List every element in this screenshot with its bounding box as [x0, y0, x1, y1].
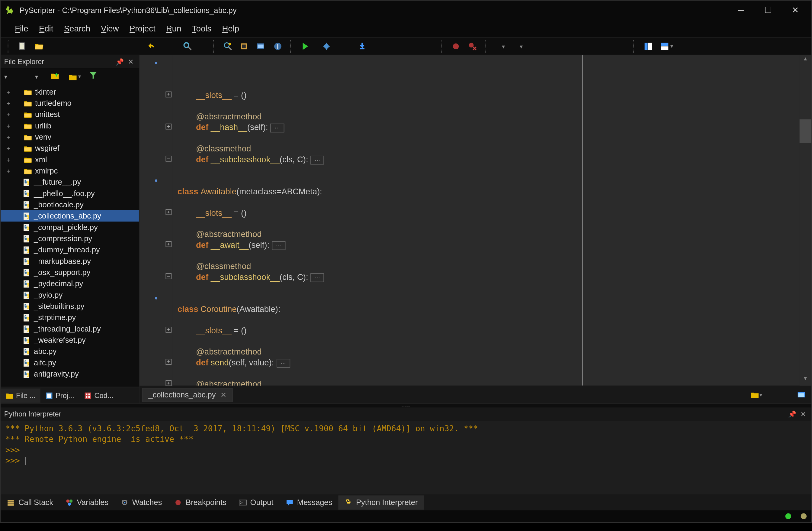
- file-item[interactable]: _sitebuiltins.py: [1, 301, 139, 312]
- fold-icon[interactable]: −: [165, 156, 172, 162]
- syntax-check-button[interactable]: [220, 39, 235, 54]
- folder-item[interactable]: + xml: [1, 154, 139, 165]
- sidebar-tab[interactable]: Cod...: [79, 388, 118, 403]
- layout-button2[interactable]: ▾: [657, 39, 676, 54]
- folder-up-icon[interactable]: [50, 71, 60, 82]
- splitter[interactable]: ┄┄┄: [1, 404, 811, 408]
- menu-edit[interactable]: Edit: [34, 22, 58, 35]
- edit-startup-button[interactable]: [253, 39, 269, 54]
- file-item[interactable]: __future__.py: [1, 177, 139, 188]
- fold-icon[interactable]: +: [165, 241, 172, 247]
- editor-gutter[interactable]: ++−++−+++: [140, 55, 173, 386]
- menu-search[interactable]: Search: [59, 22, 95, 35]
- open-file-button[interactable]: [31, 39, 47, 54]
- undo-button[interactable]: [144, 39, 160, 54]
- clear-breakpoints-button[interactable]: [465, 39, 480, 54]
- file-item[interactable]: _weakrefset.py: [1, 335, 139, 346]
- pin-icon[interactable]: 📌: [115, 57, 125, 67]
- fold-icon[interactable]: +: [165, 92, 172, 98]
- minimize-button[interactable]: ─: [727, 1, 754, 19]
- bottom-tab-output[interactable]: >_Output: [233, 495, 279, 509]
- fold-icon[interactable]: −: [165, 273, 172, 279]
- menu-project[interactable]: Project: [125, 22, 160, 35]
- sidebar-tab[interactable]: Proj...: [40, 388, 79, 403]
- bottom-tab-variables[interactable]: Variables: [59, 495, 114, 509]
- folder-item[interactable]: + wsgiref: [1, 143, 139, 154]
- bottom-tab-watches[interactable]: Watches: [114, 495, 168, 509]
- svg-line-58: [122, 500, 123, 501]
- file-item[interactable]: _dummy_thread.py: [1, 244, 139, 255]
- fold-icon[interactable]: +: [165, 327, 172, 333]
- folder-item[interactable]: + venv: [1, 131, 139, 142]
- file-item[interactable]: _bootlocale.py: [1, 199, 139, 210]
- editor-scrollbar[interactable]: ▴ ▾: [800, 55, 811, 386]
- file-item[interactable]: _pyio.py: [1, 289, 139, 301]
- marker-dot: [155, 180, 157, 182]
- new-file-button[interactable]: [15, 39, 30, 54]
- file-item[interactable]: _compat_pickle.py: [1, 222, 139, 233]
- code-area[interactable]: __slots__ = () @abstractmethod def __has…: [173, 55, 800, 386]
- window-title: PyScripter - C:\Program Files\Python36\L…: [20, 6, 237, 14]
- menu-tools[interactable]: Tools: [187, 22, 216, 35]
- browse-dropdown[interactable]: ▾: [68, 72, 81, 81]
- fwd-dropdown[interactable]: ▾: [35, 73, 43, 80]
- close-button[interactable]: ✕: [782, 1, 809, 19]
- bottom-tab-python-interpreter[interactable]: Python Interpreter: [338, 495, 424, 509]
- bottom-tab-breakpoints[interactable]: Breakpoints: [168, 495, 233, 509]
- interpreter-output[interactable]: *** Python 3.6.3 (v3.6.3:2c5fed8, Oct 3 …: [1, 421, 811, 494]
- bottom-tab-call-stack[interactable]: Call Stack: [1, 495, 59, 509]
- engine-dropdown2[interactable]: ▾: [516, 39, 526, 54]
- file-item[interactable]: __phello__.foo.py: [1, 188, 139, 199]
- file-item[interactable]: _threading_local.py: [1, 323, 139, 334]
- fold-icon[interactable]: +: [165, 124, 172, 130]
- folder-item[interactable]: + unittest: [1, 109, 139, 120]
- file-tree[interactable]: + tkinter+ turtledemo+ unittest+ urllib+…: [1, 85, 139, 387]
- folder-item[interactable]: + urllib: [1, 120, 139, 131]
- file-item[interactable]: antigravity.py: [1, 368, 139, 380]
- tab-folder-icon[interactable]: ▾: [749, 388, 764, 402]
- file-item[interactable]: _pydecimal.py: [1, 278, 139, 289]
- file-item[interactable]: _collections_abc.py: [1, 210, 139, 222]
- file-item[interactable]: aifc.py: [1, 357, 139, 368]
- svg-rect-44: [86, 393, 87, 395]
- file-item[interactable]: _strptime.py: [1, 312, 139, 323]
- close-panel-icon[interactable]: ✕: [126, 57, 135, 67]
- engine-dropdown[interactable]: ▾: [492, 39, 514, 54]
- bottom-tabs: Call StackVariablesWatchesBreakpoints>_O…: [1, 493, 811, 510]
- folder-item[interactable]: + tkinter: [1, 86, 139, 97]
- sidebar-tab[interactable]: File ...: [1, 388, 40, 403]
- filter-icon[interactable]: [88, 71, 98, 83]
- debug-button[interactable]: [319, 39, 334, 54]
- search-button[interactable]: [180, 39, 195, 54]
- fold-icon[interactable]: +: [165, 359, 172, 365]
- menu-run[interactable]: Run: [161, 22, 186, 35]
- svg-point-63: [347, 500, 348, 501]
- menu-help[interactable]: Help: [217, 22, 244, 35]
- layout-button1[interactable]: [640, 39, 656, 54]
- folder-item[interactable]: + turtledemo: [1, 97, 139, 109]
- info-button[interactable]: i: [270, 39, 285, 54]
- back-dropdown[interactable]: ▾: [4, 73, 13, 80]
- tab-window-icon[interactable]: [794, 388, 809, 402]
- close-tab-icon[interactable]: ✕: [220, 390, 227, 399]
- editor-tab[interactable]: _collections_abc.py ✕: [142, 388, 233, 402]
- folder-item[interactable]: + xmlrpc: [1, 165, 139, 176]
- maximize-button[interactable]: ☐: [754, 1, 782, 19]
- step-into-button[interactable]: [354, 39, 369, 54]
- fold-icon[interactable]: +: [165, 380, 172, 386]
- file-item[interactable]: abc.py: [1, 346, 139, 357]
- bottom-tab-messages[interactable]: Messages: [279, 495, 338, 509]
- breakpoint-button[interactable]: [448, 39, 464, 54]
- menu-view[interactable]: View: [96, 22, 124, 35]
- code-editor[interactable]: ++−++−+++ __slots__ = () @abstractmethod…: [140, 55, 811, 386]
- run-button[interactable]: [298, 39, 313, 54]
- menu-file[interactable]: File: [10, 22, 33, 35]
- file-item[interactable]: _osx_support.py: [1, 267, 139, 278]
- marker-dot: [155, 297, 157, 299]
- import-module-button[interactable]: [237, 39, 252, 54]
- file-item[interactable]: _compression.py: [1, 233, 139, 244]
- file-item[interactable]: _markupbase.py: [1, 255, 139, 267]
- pin-icon[interactable]: 📌: [787, 409, 797, 419]
- close-panel-icon[interactable]: ✕: [798, 409, 808, 419]
- fold-icon[interactable]: +: [165, 209, 172, 215]
